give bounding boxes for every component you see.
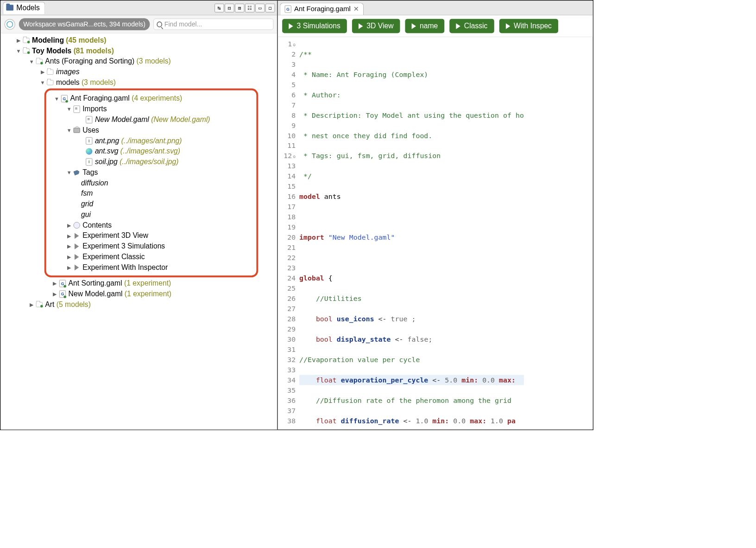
t: false; <box>403 335 433 343</box>
briefcase-icon <box>74 127 80 133</box>
t: 1.0 <box>486 417 507 425</box>
chevron-right-icon[interactable]: ▶ <box>66 243 72 249</box>
tree-item-images[interactable]: ▶ images <box>1 67 277 77</box>
t: 0.0 <box>449 417 470 425</box>
tree-item-uses[interactable]: ▼ Uses <box>2 125 256 135</box>
tree-item-tags[interactable]: ▼ Tags <box>2 167 256 178</box>
chevron-right-icon[interactable]: ▶ <box>66 264 72 270</box>
app-root: Models ↹ ⊟ ⊞ ☷ ▭ ◻ Workspace wsGamaR...e… <box>0 0 593 430</box>
tree-item-tag[interactable]: fsm <box>2 188 256 199</box>
close-icon[interactable]: ✕ <box>353 5 359 13</box>
tree-item-experiment[interactable]: ▶ Experiment 3D View <box>2 230 256 241</box>
chevron-right-icon[interactable]: ▶ <box>15 37 22 43</box>
tree-item-experiment[interactable]: ▶ Experiment 3 Simulations <box>2 241 256 252</box>
gaml-file-icon: G <box>285 6 291 13</box>
run-button-name[interactable]: name <box>405 19 445 33</box>
label: Ant Foraging.gaml <box>70 94 130 102</box>
chevron-right-icon[interactable]: ▶ <box>39 69 46 75</box>
tree-item-tag[interactable]: diffusion <box>2 178 256 188</box>
tree-item-modeling[interactable]: ▶ Modeling (45 models) <box>1 35 277 45</box>
label: 3 Simulations <box>297 22 340 30</box>
t: diffusion_rate <box>337 417 399 425</box>
t: 5.0 <box>441 376 461 384</box>
run-button-3-simulations[interactable]: 3 Simulations <box>282 19 347 33</box>
code-line: * Author: <box>299 90 345 98</box>
tree-item-ants[interactable]: ▼ Ants (Foraging and Sorting) (3 models) <box>1 56 277 67</box>
t: true ; <box>387 315 416 323</box>
code-line: * Name: Ant Foraging (Complex) <box>299 70 428 78</box>
folder-icon <box>23 48 29 53</box>
search-input[interactable] <box>164 20 270 28</box>
editor-tab[interactable]: G Ant Foraging.gaml ✕ <box>280 3 364 15</box>
tree-item-models-folder[interactable]: ▼ models (3 models) <box>1 77 277 88</box>
label: Ants (Foraging and Sorting) <box>45 57 134 65</box>
code-editor[interactable]: 1⊖2 3 4 5 6 7 8 9 10 11 12⊖13 14 15 16 1… <box>278 37 593 429</box>
folder-icon <box>47 80 53 85</box>
chevron-down-icon[interactable]: ▼ <box>28 58 35 64</box>
link-editor-icon[interactable]: ↹ <box>214 3 224 12</box>
tag-label: fsm <box>81 189 93 198</box>
chevron-down-icon[interactable]: ▼ <box>53 96 60 102</box>
t: //Utilities <box>316 294 362 302</box>
workspace-label[interactable]: Workspace wsGamaR...ects, 394 models) <box>19 18 150 30</box>
tag-label: gui <box>81 210 91 219</box>
experiment-icon <box>75 254 79 260</box>
chevron-right-icon[interactable]: ▶ <box>66 254 72 260</box>
chevron-right-icon[interactable]: ▶ <box>66 233 72 239</box>
run-button-with-inspector[interactable]: With Inspec <box>499 19 559 33</box>
chevron-right-icon[interactable]: ▶ <box>51 291 58 297</box>
t: bool <box>316 315 333 323</box>
code-line: */ <box>299 172 312 180</box>
tree-item-ant-sorting[interactable]: ▶ G Ant Sorting.gaml (1 experiment) <box>1 278 277 289</box>
tree-item-tag[interactable]: grid <box>2 199 256 210</box>
count: (45 models) <box>66 36 106 45</box>
tree-item-use-file[interactable]: ant.svg (../images/ant.svg) <box>2 146 256 157</box>
t: pa <box>507 417 516 425</box>
chevron-down-icon[interactable]: ▼ <box>15 48 22 54</box>
chevron-down-icon[interactable]: ▼ <box>66 106 72 112</box>
label: name <box>420 22 438 30</box>
tree-item-use-file[interactable]: I ant.png (../images/ant.png) <box>2 135 256 146</box>
tree-item-art[interactable]: ▶ Art (5 models) <box>1 299 277 310</box>
code-content[interactable]: /** * Name: Ant Foraging (Complex) * Aut… <box>299 37 524 429</box>
label: images <box>56 68 80 76</box>
play-icon <box>456 23 460 29</box>
run-button-classic[interactable]: Classic <box>449 19 494 33</box>
play-icon <box>506 23 510 29</box>
folder-icon <box>36 302 43 307</box>
collapse-all-icon[interactable]: ⊟ <box>225 3 234 12</box>
tree-item-contents[interactable]: ▶ Contents <box>2 220 256 230</box>
tree-item-imports[interactable]: ▼ Imports <box>2 104 256 115</box>
chevron-down-icon[interactable]: ▼ <box>66 127 72 133</box>
sync-icon[interactable]: ☷ <box>245 3 254 12</box>
model-tree[interactable]: ▶ Modeling (45 models) ▼ Toy Models (81 … <box>1 33 277 429</box>
tree-item-experiment[interactable]: ▶ Experiment With Inspector <box>2 262 256 273</box>
search-icon <box>157 21 162 27</box>
tree-item-toy-models[interactable]: ▼ Toy Models (81 models) <box>1 45 277 56</box>
models-tab[interactable]: Models <box>3 2 45 14</box>
search-box[interactable] <box>153 19 273 30</box>
tag-icon <box>73 169 80 175</box>
tree-item-new-model[interactable]: ▶ G New Model.gaml (1 experiment) <box>1 289 277 299</box>
folder-icon <box>6 5 13 11</box>
document-icon <box>86 116 92 123</box>
chevron-right-icon[interactable]: ▶ <box>28 301 35 307</box>
tree-item-use-file[interactable]: I soil.jpg (../images/soil.jpg) <box>2 157 256 167</box>
label: Toy Models <box>32 46 71 55</box>
maximize-icon[interactable]: ◻ <box>265 3 275 12</box>
chevron-right-icon[interactable]: ▶ <box>66 222 72 228</box>
label: New Model.gaml <box>95 115 149 124</box>
chevron-right-icon[interactable]: ▶ <box>51 280 58 287</box>
expand-all-icon[interactable]: ⊞ <box>235 3 244 12</box>
tree-item-experiment[interactable]: ▶ Experiment Classic <box>2 251 256 262</box>
tree-item-new-model-import[interactable]: New Model.gaml (New Model.gaml) <box>2 114 256 125</box>
highlight-annotation: ▼ G Ant Foraging.gaml (4 experiments) ▼ … <box>44 89 258 277</box>
tree-item-ant-foraging[interactable]: ▼ G Ant Foraging.gaml (4 experiments) <box>2 93 256 104</box>
run-button-3d-view[interactable]: 3D View <box>352 19 400 33</box>
chevron-down-icon[interactable]: ▼ <box>66 169 72 175</box>
minimize-icon[interactable]: ▭ <box>255 3 265 12</box>
tree-item-tag[interactable]: gui <box>2 209 256 220</box>
chevron-down-icon[interactable]: ▼ <box>39 80 46 86</box>
t: evaporation_per_cycle <box>337 376 428 384</box>
t: { <box>324 274 333 282</box>
